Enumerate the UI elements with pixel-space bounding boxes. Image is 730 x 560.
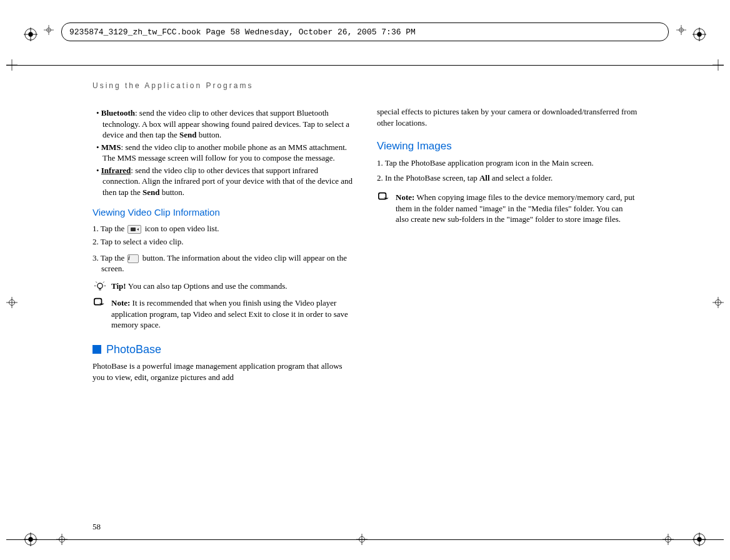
right-step-2: 2. In the PhotoBase screen, tap All and … (377, 172, 638, 184)
bullet-bluetooth: Bluetooth: send the video clip to other … (96, 108, 353, 141)
step-2: 2. Tap to select a video clip. (92, 236, 353, 248)
heading-photobase: PhotoBase (92, 342, 353, 357)
framemaker-header-text: 9235874_3129_zh_tw_FCC.book Page 58 Wedn… (69, 28, 416, 37)
cross-mark-icon (676, 25, 686, 35)
step-1: 1. Tap the icon to open video list. (92, 223, 353, 234)
label-send: Send (142, 188, 159, 197)
heading-viewing-video-info: Viewing Video Clip Information (92, 206, 353, 219)
running-head: Using the Application Programs (92, 81, 638, 90)
cross-mark-icon (6, 59, 18, 71)
info-button-icon (128, 254, 139, 263)
right-column: special effects to pictures taken by you… (377, 106, 638, 382)
bullet-infrared: Infrared: send the video clip to other d… (96, 165, 353, 198)
label-all: All (479, 173, 490, 182)
note-hand-icon (92, 298, 108, 310)
crop-line (6, 65, 724, 66)
note-label: Note: (396, 192, 417, 202)
cross-mark-icon (6, 297, 18, 308)
step-3: 3. Tap the button. The information about… (92, 252, 353, 274)
note-callout-right: Note: When copying image files to the de… (377, 192, 638, 225)
tip-text: You can also tap Options and use the com… (128, 281, 288, 291)
cross-mark-icon (662, 534, 674, 545)
photobase-intro: PhotoBase is a powerful image management… (92, 361, 353, 382)
note-hand-icon (377, 192, 392, 204)
section-square-icon (92, 345, 101, 354)
label-send: Send (179, 130, 196, 139)
lightbulb-icon (92, 281, 108, 293)
label-mms: MMS (101, 142, 121, 152)
tip-label: Tip! (111, 281, 128, 291)
registration-mark-icon (692, 532, 706, 546)
left-column: Bluetooth: send the video clip to other … (92, 106, 353, 382)
registration-mark-icon (24, 532, 38, 546)
framemaker-header: 9235874_3129_zh_tw_FCC.book Page 58 Wedn… (61, 22, 669, 41)
label-infrared: Infrared (101, 166, 131, 175)
cross-mark-icon (44, 25, 54, 35)
cross-mark-icon (712, 59, 724, 71)
video-list-icon (128, 225, 141, 234)
note-text: It is recommended that when you finish u… (111, 298, 348, 329)
photobase-intro-cont: special effects to pictures taken by you… (377, 106, 638, 128)
page-number: 58 (92, 522, 101, 532)
cross-mark-icon (356, 534, 368, 545)
label-bluetooth: Bluetooth (101, 108, 135, 118)
svg-point-41 (98, 283, 102, 288)
note-callout: Note: It is recommended that when you fi… (92, 298, 353, 331)
note-label: Note: (111, 298, 132, 308)
heading-viewing-images: Viewing Images (377, 139, 638, 154)
note-text: When copying image files to the device m… (396, 192, 634, 224)
bullet-mms: MMS: send the video clip to another mobi… (96, 142, 353, 164)
tip-callout: Tip! You can also tap Options and use th… (92, 281, 353, 292)
right-step-1: 1. Tap the PhotoBase application program… (377, 158, 638, 169)
cross-mark-icon (712, 297, 724, 308)
svg-line-46 (96, 281, 97, 282)
svg-line-47 (103, 281, 104, 282)
cross-mark-icon (56, 534, 68, 545)
